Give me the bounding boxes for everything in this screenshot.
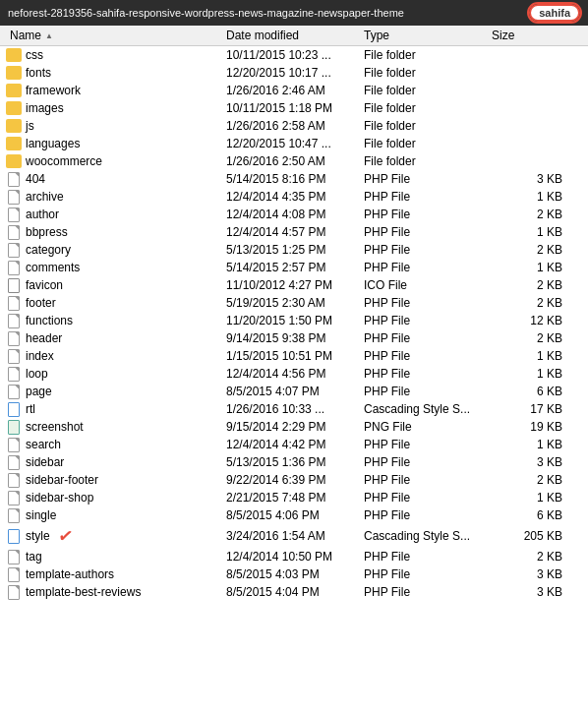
table-row[interactable]: single 8/5/2015 4:06 PM PHP File 6 KB	[0, 506, 588, 524]
table-row[interactable]: fonts 12/20/2015 10:17 ... File folder	[0, 64, 588, 82]
table-row[interactable]: sidebar 5/13/2015 1:36 PM PHP File 3 KB	[0, 453, 588, 471]
table-row[interactable]: languages 12/20/2015 10:47 ... File fold…	[0, 135, 588, 152]
table-row[interactable]: woocommerce 1/26/2016 2:50 AM File folde…	[0, 152, 588, 170]
table-row[interactable]: template-best-reviews 8/5/2015 4:04 PM P…	[0, 583, 588, 601]
table-row[interactable]: rtl 1/26/2016 10:33 ... Cascading Style …	[0, 400, 588, 418]
file-type: PHP File	[364, 349, 492, 363]
file-name-text: page	[26, 385, 52, 398]
table-row[interactable]: category 5/13/2015 1:25 PM PHP File 2 KB	[0, 241, 588, 259]
file-name: bbpress	[0, 224, 226, 240]
file-date: 11/10/2012 4:27 PM	[226, 278, 364, 292]
file-type: File folder	[364, 66, 492, 80]
php-icon	[6, 260, 22, 275]
file-date: 9/14/2015 9:38 PM	[226, 331, 364, 345]
table-row[interactable]: author 12/4/2014 4:08 PM PHP File 2 KB	[0, 206, 588, 223]
file-name: category	[0, 242, 226, 258]
table-row[interactable]: js 1/26/2016 2:58 AM File folder	[0, 117, 588, 135]
table-row[interactable]: functions 11/20/2015 1:50 PM PHP File 12…	[0, 312, 588, 329]
file-name: single	[0, 507, 226, 523]
file-size: 19 KB	[492, 420, 570, 434]
file-type: PHP File	[364, 172, 492, 186]
file-name-text: style	[26, 529, 50, 543]
file-name-text: fonts	[26, 66, 51, 80]
file-name-text: index	[26, 349, 54, 363]
folder-icon	[6, 119, 22, 133]
table-row[interactable]: favicon 11/10/2012 4:27 PM ICO File 2 KB	[0, 276, 588, 294]
file-name: header	[0, 330, 226, 346]
file-name-text: images	[26, 101, 64, 115]
file-name-text: sidebar-footer	[26, 473, 98, 487]
table-row[interactable]: archive 12/4/2014 4:35 PM PHP File 1 KB	[0, 188, 588, 206]
table-row[interactable]: index 1/15/2015 10:51 PM PHP File 1 KB	[0, 347, 588, 365]
php-icon	[6, 490, 22, 505]
column-headers: Name ▲ Date modified Type Size	[0, 26, 588, 46]
file-type: Cascading Style S...	[364, 529, 492, 543]
file-date: 12/4/2014 4:57 PM	[226, 225, 364, 239]
file-date: 3/24/2016 1:54 AM	[226, 529, 364, 543]
file-type: PHP File	[364, 243, 492, 257]
col-header-date[interactable]: Date modified	[226, 29, 364, 42]
file-name: loop	[0, 366, 226, 382]
table-row[interactable]: screenshot 9/15/2014 2:29 PM PNG File 19…	[0, 418, 588, 436]
table-row[interactable]: framework 1/26/2016 2:46 AM File folder	[0, 82, 588, 99]
file-name-text: css	[26, 48, 43, 62]
file-type: PHP File	[364, 261, 492, 274]
table-row[interactable]: loop 12/4/2014 4:56 PM PHP File 1 KB	[0, 365, 588, 383]
col-header-size[interactable]: Size	[492, 29, 570, 42]
title-path: neforest-2819356-sahifa-responsive-wordp…	[8, 7, 523, 19]
folder-icon	[6, 101, 22, 115]
php-icon	[6, 171, 22, 187]
file-date: 12/4/2014 4:42 PM	[226, 438, 364, 451]
file-size: 12 KB	[492, 314, 570, 327]
file-size: 2 KB	[492, 208, 570, 221]
col-header-type[interactable]: Type	[364, 29, 492, 42]
file-size: 1 KB	[492, 438, 570, 451]
file-date: 1/26/2016 10:33 ...	[226, 402, 364, 416]
folder-icon	[6, 154, 22, 168]
php-icon	[6, 224, 22, 240]
file-name: sidebar-shop	[0, 490, 226, 505]
file-name-text: template-authors	[26, 567, 114, 581]
file-name: js	[0, 119, 226, 133]
file-type: File folder	[364, 137, 492, 150]
file-size: 1 KB	[492, 261, 570, 274]
table-row[interactable]: header 9/14/2015 9:38 PM PHP File 2 KB	[0, 329, 588, 347]
php-icon	[6, 330, 22, 346]
table-row[interactable]: template-authors 8/5/2015 4:03 PM PHP Fi…	[0, 565, 588, 583]
table-row[interactable]: images 10/11/2015 1:18 PM File folder	[0, 99, 588, 117]
file-size: 1 KB	[492, 491, 570, 505]
file-size: 3 KB	[492, 585, 570, 599]
table-row[interactable]: style ✓ 3/24/2016 1:54 AM Cascading Styl…	[0, 524, 588, 548]
file-type: PHP File	[364, 585, 492, 599]
file-size: 2 KB	[492, 473, 570, 487]
table-row[interactable]: page 8/5/2015 4:07 PM PHP File 6 KB	[0, 383, 588, 400]
table-row[interactable]: tag 12/4/2014 10:50 PM PHP File 2 KB	[0, 548, 588, 565]
php-icon	[6, 242, 22, 258]
file-name: languages	[0, 137, 226, 150]
table-row[interactable]: search 12/4/2014 4:42 PM PHP File 1 KB	[0, 436, 588, 453]
table-row[interactable]: bbpress 12/4/2014 4:57 PM PHP File 1 KB	[0, 223, 588, 241]
php-icon	[6, 437, 22, 452]
file-type: File folder	[364, 119, 492, 133]
file-name: template-authors	[0, 566, 226, 582]
file-size: 1 KB	[492, 349, 570, 363]
col-header-name[interactable]: Name ▲	[0, 29, 226, 42]
file-date: 9/15/2014 2:29 PM	[226, 420, 364, 434]
table-row[interactable]: footer 5/19/2015 2:30 AM PHP File 2 KB	[0, 294, 588, 312]
file-date: 2/21/2015 7:48 PM	[226, 491, 364, 505]
table-row[interactable]: sidebar-shop 2/21/2015 7:48 PM PHP File …	[0, 489, 588, 506]
file-name: archive	[0, 189, 226, 205]
php-icon	[6, 507, 22, 523]
file-name-text: comments	[26, 261, 80, 274]
file-date: 5/13/2015 1:36 PM	[226, 455, 364, 469]
file-name: screenshot	[0, 419, 226, 435]
file-date: 10/11/2015 1:18 PM	[226, 101, 364, 115]
table-row[interactable]: css 10/11/2015 10:23 ... File folder	[0, 46, 588, 64]
table-row[interactable]: comments 5/14/2015 2:57 PM PHP File 1 KB	[0, 259, 588, 276]
file-type: PHP File	[364, 438, 492, 451]
file-type: ICO File	[364, 278, 492, 292]
table-row[interactable]: sidebar-footer 9/22/2014 6:39 PM PHP Fil…	[0, 471, 588, 489]
file-date: 9/22/2014 6:39 PM	[226, 473, 364, 487]
table-row[interactable]: 404 5/14/2015 8:16 PM PHP File 3 KB	[0, 170, 588, 188]
php-icon	[6, 313, 22, 328]
